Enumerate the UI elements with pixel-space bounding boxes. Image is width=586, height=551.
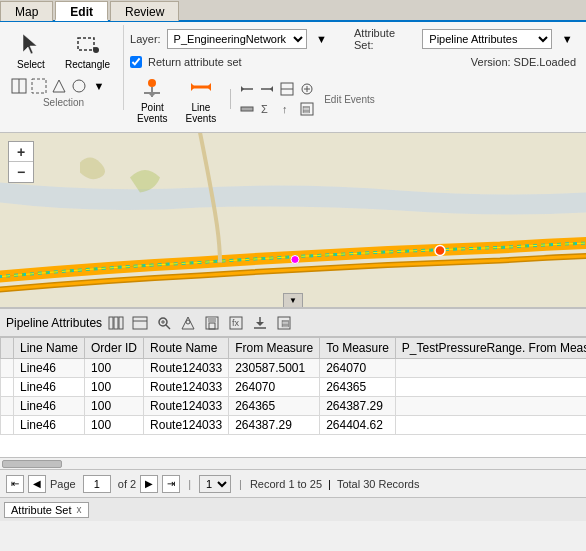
attr-set-select[interactable]: Pipeline Attributes [422,29,552,49]
svg-marker-11 [148,93,156,97]
select-button[interactable]: Select [10,27,52,73]
svg-rect-34 [119,317,123,329]
first-page-button[interactable]: ⇤ [6,475,24,493]
pipe-sep-1: | [188,478,191,490]
last-page-button[interactable]: ⇥ [162,475,180,493]
edit-icon-8[interactable]: ▤ [298,100,316,118]
svg-point-30 [291,256,299,264]
tab-map[interactable]: Map [0,1,53,21]
svg-text:fx: fx [232,318,240,328]
row-indicator [1,397,14,416]
table-row[interactable]: Line46 100 Route124033 264365 264387.29 [1,397,587,416]
attr-tool-zoom[interactable] [154,313,174,333]
zoom-controls: + − [8,141,34,183]
select-tool-2[interactable] [30,77,48,95]
select-tool-1[interactable] [10,77,28,95]
layer-select[interactable]: P_EngineeringNetwork [167,29,307,49]
pipe-sep-2: | [239,478,242,490]
events-section: Layer: P_EngineeringNetwork ▼ Attribute … [124,25,582,129]
table-row[interactable]: Line46 100 Route124033 230587.5001 26407… [1,359,587,378]
edit-icons-row2: Σ ↑ ▤ [238,100,316,118]
cell-from-measure: 264365 [229,397,320,416]
cell-line-name: Line46 [14,359,85,378]
cell-from-measure: 230587.5001 [229,359,320,378]
th-from-measure[interactable]: From Measure [229,338,320,359]
svg-rect-33 [114,317,118,329]
table-row[interactable]: Line46 100 Route124033 264387.29 264404.… [1,416,587,435]
th-route-name[interactable]: Route Name [144,338,229,359]
select-dropdown[interactable]: ▼ [90,77,108,95]
map-area[interactable]: + − ▼ [0,133,586,308]
svg-marker-6 [53,80,65,92]
table-row[interactable]: Line46 100 Route124033 264070 264365 [1,378,587,397]
data-table-wrapper[interactable]: Line Name Order ID Route Name From Measu… [0,337,586,457]
cell-to-measure: 264070 [320,359,396,378]
cell-extra [395,397,586,416]
svg-marker-41 [182,317,194,329]
th-line-name[interactable]: Line Name [14,338,85,359]
attr-tool-options[interactable]: ▤ [274,313,294,333]
select-tool-3[interactable] [50,77,68,95]
edit-icons-row1 [238,80,316,98]
cell-line-name: Line46 [14,397,85,416]
edit-icon-1[interactable] [238,80,256,98]
prev-page-button[interactable]: ◀ [28,475,46,493]
edit-icon-6[interactable]: Σ [258,100,276,118]
bottom-tab-close-button[interactable]: x [77,504,82,515]
line-events-icon [187,73,215,101]
attr-tool-calc[interactable]: fx [226,313,246,333]
point-events-button[interactable]: PointEvents [130,70,175,127]
edit-icon-7[interactable]: ↑ [278,100,296,118]
scroll-thumb[interactable] [2,460,62,468]
cell-order-id: 100 [85,359,144,378]
edit-events-label: Edit Events [324,94,375,105]
page-text: Page [50,478,79,490]
return-attr-checkbox[interactable] [130,56,142,68]
tab-review[interactable]: Review [110,1,179,21]
svg-point-31 [435,246,445,256]
rectangle-button[interactable]: Rectangle [58,27,117,73]
cell-extra [395,416,586,435]
next-page-button[interactable]: ▶ [140,475,158,493]
cell-from-measure: 264387.29 [229,416,320,435]
page-input[interactable] [83,475,111,493]
th-to-measure[interactable]: To Measure [320,338,396,359]
select-tool-4[interactable] [70,77,88,95]
page-select[interactable]: 1 [199,475,231,493]
edit-icon-4[interactable] [298,80,316,98]
edit-icon-3[interactable] [278,80,296,98]
edit-icon-2[interactable] [258,80,276,98]
select-icon [17,30,45,58]
return-attr-label: Return attribute set [148,56,242,68]
line-events-button[interactable]: LineEvents [179,70,224,127]
cell-order-id: 100 [85,416,144,435]
attr-tool-columns[interactable] [106,313,126,333]
layer-dropdown-btn[interactable]: ▼ [313,30,331,48]
bottom-tab-attribute-set[interactable]: Attribute Set x [4,502,89,518]
horizontal-scrollbar[interactable] [0,457,586,469]
attr-set-dropdown-btn[interactable]: ▼ [558,30,576,48]
attribute-table-header: Pipeline Attributes fx ▤ [0,309,586,337]
edit-icon-5[interactable] [238,100,256,118]
attr-tool-save[interactable] [202,313,222,333]
cell-line-name: Line46 [14,378,85,397]
cell-extra [395,359,586,378]
cell-to-measure: 264387.29 [320,397,396,416]
attr-tool-export[interactable] [250,313,270,333]
cell-line-name: Line46 [14,416,85,435]
th-order-id[interactable]: Order ID [85,338,144,359]
attr-tool-select-zoom[interactable] [178,313,198,333]
svg-marker-14 [207,83,211,91]
tab-edit[interactable]: Edit [55,1,108,21]
pagination-bar: ⇤ ◀ Page of 2 ▶ ⇥ | 1 | Record 1 to 25 |… [0,469,586,497]
attr-tool-table[interactable] [130,313,150,333]
cell-from-measure: 264070 [229,378,320,397]
th-extra[interactable]: P_TestPressureRange. From Measure [395,338,586,359]
zoom-in-button[interactable]: + [9,142,33,162]
rectangle-icon [74,30,102,58]
collapse-map-button[interactable]: ▼ [283,293,303,307]
zoom-out-button[interactable]: − [9,162,33,182]
cell-route-name: Route124033 [144,397,229,416]
layer-row: Layer: P_EngineeringNetwork ▼ Attribute … [130,27,576,51]
selection-label: Selection [10,97,117,108]
